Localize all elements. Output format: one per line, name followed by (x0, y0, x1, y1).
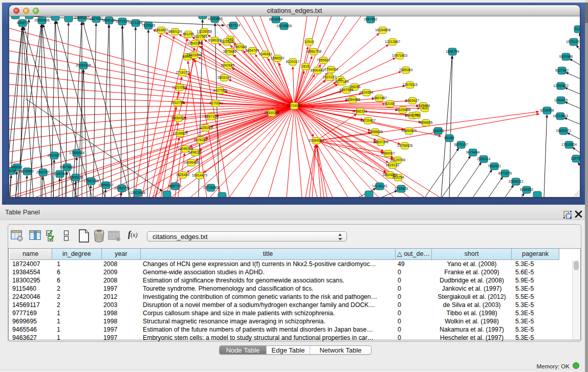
svg-text:23420046: 23420046 (186, 53, 202, 57)
svg-text:2942757: 2942757 (36, 170, 50, 174)
svg-text:1145194: 1145194 (53, 172, 67, 176)
svg-text:16782759: 16782759 (114, 186, 129, 190)
svg-text:917004: 917004 (210, 101, 222, 105)
svg-text:15716485: 15716485 (203, 186, 219, 189)
svg-text:6466160: 6466160 (102, 18, 116, 22)
svg-text:20364486: 20364486 (345, 98, 360, 101)
svg-text:8454749: 8454749 (246, 49, 259, 52)
svg-text:400: 400 (422, 106, 428, 110)
svg-text:1117: 1117 (575, 27, 580, 31)
svg-text:20691406: 20691406 (34, 18, 50, 22)
svg-text:12106822: 12106822 (172, 132, 188, 135)
svg-text:62160: 62160 (385, 102, 395, 105)
svg-text:10807487: 10807487 (372, 96, 387, 100)
svg-text:12923448: 12923448 (130, 191, 145, 194)
svg-text:1135359: 1135359 (199, 126, 212, 129)
svg-text:1733426: 1733426 (395, 187, 408, 190)
svg-text:9227342: 9227342 (555, 69, 569, 72)
svg-text:8427552: 8427552 (213, 89, 227, 92)
svg-text:8813054: 8813054 (269, 17, 283, 21)
svg-text:9474444: 9474444 (466, 150, 480, 154)
svg-text:19654925: 19654925 (171, 116, 186, 120)
svg-text:15300295: 15300295 (264, 111, 279, 115)
svg-text:9327505: 9327505 (194, 35, 208, 38)
svg-text:1621022: 1621022 (323, 75, 337, 79)
svg-text:14099489: 14099489 (184, 161, 199, 164)
svg-text:1588520: 1588520 (271, 56, 285, 60)
svg-text:12213389: 12213389 (172, 85, 187, 89)
svg-text:1244419: 1244419 (554, 98, 568, 102)
svg-text:18724007: 18724007 (287, 104, 302, 107)
svg-text:8220317: 8220317 (286, 60, 300, 63)
svg-text:2718170: 2718170 (176, 71, 190, 74)
svg-text:6794024: 6794024 (324, 68, 338, 71)
svg-text:12975115: 12975115 (402, 83, 418, 86)
svg-text:16154808: 16154808 (375, 28, 390, 32)
svg-text:7857224: 7857224 (227, 24, 241, 27)
svg-text:6879197: 6879197 (454, 143, 468, 146)
svg-text:14136141: 14136141 (372, 184, 387, 188)
svg-text:8267150: 8267150 (205, 115, 219, 118)
svg-text:16120746: 16120746 (390, 158, 405, 162)
svg-text:7632621: 7632621 (488, 164, 502, 168)
svg-text:9657791: 9657791 (168, 184, 182, 188)
svg-text:9671355: 9671355 (129, 21, 143, 25)
svg-text:3875685: 3875685 (223, 50, 237, 53)
svg-text:1648794: 1648794 (446, 50, 460, 53)
svg-text:16210643: 16210643 (553, 114, 568, 118)
svg-text:7515526: 7515526 (142, 24, 156, 27)
svg-text:10958107: 10958107 (98, 183, 114, 187)
svg-text:9463627: 9463627 (406, 99, 420, 102)
svg-text:16961758: 16961758 (306, 50, 321, 53)
svg-text:15751074: 15751074 (566, 40, 580, 43)
svg-text:8215958: 8215958 (540, 108, 554, 112)
svg-text:17359924: 17359924 (69, 151, 84, 155)
svg-text:8471676: 8471676 (498, 171, 512, 175)
svg-text:891295: 891295 (183, 32, 194, 36)
svg-text:19654923: 19654923 (401, 129, 417, 133)
svg-text:19756928: 19756928 (397, 144, 412, 147)
svg-text:2967608: 2967608 (233, 45, 247, 49)
svg-text:12505135: 12505135 (68, 176, 83, 179)
svg-text:15720407: 15720407 (360, 119, 376, 122)
svg-text:19218506: 19218506 (276, 24, 292, 28)
svg-text:10655287: 10655287 (74, 16, 90, 19)
svg-text:9146821: 9146821 (259, 52, 273, 56)
svg-text:8186328: 8186328 (208, 38, 222, 42)
svg-text:3624554: 3624554 (360, 91, 374, 94)
svg-text:835061: 835061 (11, 165, 23, 169)
svg-text:9242845: 9242845 (221, 63, 235, 67)
svg-text:15692971: 15692971 (556, 129, 571, 133)
svg-text:2935114: 2935114 (477, 157, 490, 161)
svg-text:12093822: 12093822 (553, 84, 569, 87)
svg-text:10910: 10910 (304, 40, 314, 43)
svg-text:9329966: 9329966 (559, 55, 573, 58)
svg-text:8990448: 8990448 (311, 69, 324, 72)
svg-text:17016504: 17016504 (561, 143, 577, 146)
svg-text:16033809: 16033809 (207, 17, 223, 20)
svg-text:164095: 164095 (432, 129, 444, 133)
svg-text:546: 546 (227, 37, 233, 41)
svg-text:252254: 252254 (393, 176, 404, 179)
svg-text:7625402: 7625402 (176, 173, 190, 177)
svg-text:1615132: 1615132 (386, 163, 400, 167)
svg-text:2615: 2615 (301, 64, 309, 68)
svg-text:9084067: 9084067 (381, 151, 395, 155)
svg-text:9245652: 9245652 (520, 188, 534, 191)
svg-text:2020655: 2020655 (48, 154, 61, 157)
svg-text:16914479: 16914479 (192, 173, 207, 177)
svg-text:7955812: 7955812 (317, 58, 331, 62)
svg-text:9899695: 9899695 (419, 121, 433, 124)
svg-text:04: 04 (415, 113, 419, 117)
svg-text:1010755: 1010755 (171, 101, 185, 104)
svg-text:16046766: 16046766 (178, 147, 193, 150)
svg-text:2803144: 2803144 (217, 76, 231, 79)
svg-text:20053346: 20053346 (76, 63, 91, 67)
svg-text:1527602: 1527602 (90, 17, 103, 20)
svg-text:7986372: 7986372 (354, 110, 367, 113)
svg-text:405571: 405571 (17, 21, 29, 25)
svg-text:39154: 39154 (9, 169, 16, 172)
svg-text:7663822: 7663822 (155, 28, 168, 32)
svg-text:17957255: 17957255 (83, 179, 99, 183)
svg-text:10654112: 10654112 (508, 180, 524, 183)
